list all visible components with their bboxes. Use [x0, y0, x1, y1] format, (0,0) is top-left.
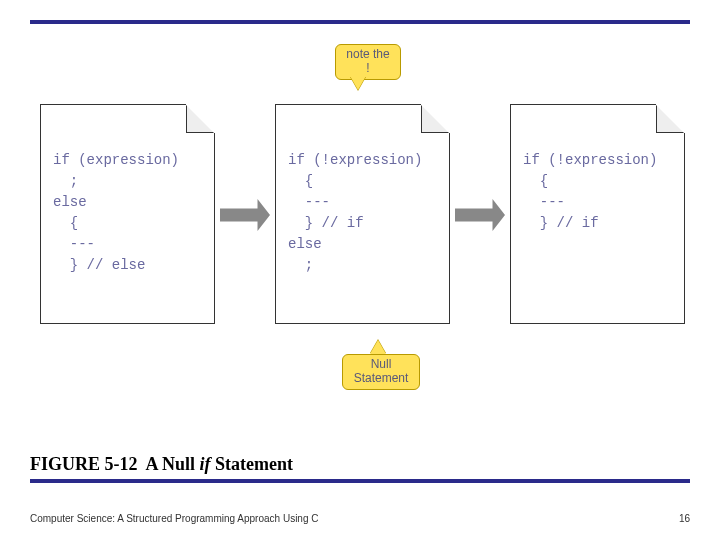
arrow-right-icon: [220, 199, 270, 231]
code-snippet-b: if (!expression) { --- } // if else ;: [275, 104, 450, 324]
callout-note-the-bang: note the !: [335, 44, 401, 80]
code-text: if (expression) ; else { --- } // else: [53, 150, 179, 276]
code-snippet-c: if (!expression) { --- } // if: [510, 104, 685, 324]
caption-rule: [30, 479, 690, 483]
footer-text: Computer Science: A Structured Programmi…: [30, 513, 318, 524]
figure-label: FIGURE 5-12: [30, 454, 138, 474]
code-snippet-a: if (expression) ; else { --- } // else: [40, 104, 215, 324]
page-number: 16: [679, 513, 690, 524]
top-rule: [30, 20, 690, 24]
callout-tail-icon: [370, 340, 386, 354]
figure-title-post: Statement: [211, 454, 293, 474]
code-text: if (!expression) { --- } // if: [523, 150, 657, 234]
arrow-right-icon: [455, 199, 505, 231]
figure-area: note the ! if (expression) ; else { --- …: [30, 44, 690, 444]
figure-caption: FIGURE 5-12 A Null if Statement: [30, 454, 690, 479]
footer: Computer Science: A Structured Programmi…: [30, 513, 690, 524]
figure-title-pre: A Null: [146, 454, 200, 474]
figure-title-ital: if: [200, 454, 211, 474]
callout-null-statement: Null Statement: [342, 354, 420, 390]
callout-tail-icon: [350, 76, 366, 90]
code-text: if (!expression) { --- } // if else ;: [288, 150, 422, 276]
